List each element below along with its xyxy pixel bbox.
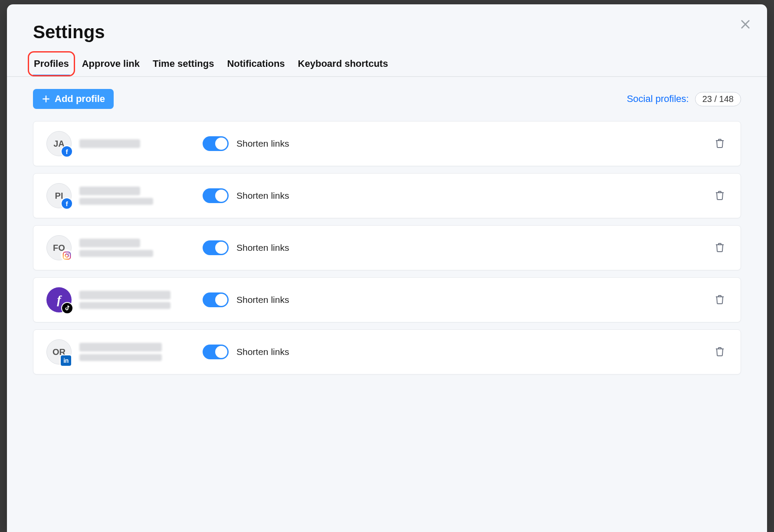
tab-notifications[interactable]: Notifications [226,55,285,76]
tab-label: Notifications [227,58,285,69]
profile-name-redacted [79,343,162,361]
shorten-links-control: Shorten links [203,136,712,151]
facebook-icon: f [61,197,73,210]
trash-icon [715,190,725,201]
shorten-links-control: Shorten links [203,345,712,359]
shorten-links-label: Shorten links [236,295,289,305]
redacted-text [79,302,171,309]
redacted-text [79,291,171,299]
tab-time-settings[interactable]: Time settings [152,55,215,76]
delete-profile-button[interactable] [712,187,728,205]
redacted-text [79,239,140,247]
social-profiles-count: 23 / 148 [695,92,741,106]
shorten-links-toggle[interactable] [203,292,229,307]
tiktok-icon [61,302,73,314]
toolbar: Add profile Social profiles: 23 / 148 [33,89,741,109]
profile-row: FO Shorten links [33,225,741,270]
shorten-links-toggle[interactable] [203,188,229,203]
avatar: OR in [46,339,72,365]
settings-dialog: Settings Profiles Approve link Time sett… [7,4,767,532]
shorten-links-label: Shorten links [236,243,289,253]
shorten-links-label: Shorten links [236,138,289,149]
profile-identity: JA f [46,131,203,156]
facebook-icon: f [61,145,73,158]
trash-icon [715,346,725,357]
profile-row: f Shorten links [33,277,741,322]
delete-profile-button[interactable] [712,239,728,257]
profile-identity: f [46,287,203,312]
tab-approve-link[interactable]: Approve link [81,55,141,76]
social-profiles-counter: Social profiles: 23 / 148 [627,92,741,106]
profile-list: JA f Shorten links [33,121,741,374]
shorten-links-label: Shorten links [236,347,289,357]
profile-name-redacted [79,187,153,205]
profile-name-redacted [79,239,153,257]
avatar: FO [46,235,72,260]
add-profile-button[interactable]: Add profile [33,89,114,109]
shorten-links-toggle[interactable] [203,136,229,151]
delete-profile-button[interactable] [712,291,728,309]
trash-icon [715,138,725,149]
tab-label: Profiles [34,58,69,69]
redacted-text [79,343,162,351]
shorten-links-control: Shorten links [203,292,712,307]
svg-rect-4 [63,252,71,259]
profile-row: PI f Shorten links [33,173,741,218]
shorten-links-control: Shorten links [203,240,712,255]
profile-row: JA f Shorten links [33,121,741,166]
trash-icon [715,294,725,305]
profile-name-redacted [79,291,171,309]
delete-profile-button[interactable] [712,135,728,153]
avatar: JA f [46,131,72,156]
tab-label: Time settings [153,58,214,69]
avatar: PI f [46,183,72,208]
shorten-links-toggle[interactable] [203,345,229,359]
redacted-text [79,354,162,361]
dialog-content: Add profile Social profiles: 23 / 148 JA… [7,77,767,532]
redacted-text [79,198,153,205]
dialog-title: Settings [33,22,741,43]
tab-keyboard-shortcuts[interactable]: Keyboard shortcuts [297,55,389,76]
tab-label: Approve link [82,58,140,69]
redacted-text [79,187,140,195]
profile-identity: PI f [46,183,203,208]
trash-icon [715,242,725,253]
shorten-links-label: Shorten links [236,190,289,201]
avatar: f [46,287,72,312]
svg-point-6 [69,253,69,254]
profile-row: OR in Shorten links [33,329,741,374]
shorten-links-control: Shorten links [203,188,712,203]
tab-label: Keyboard shortcuts [298,58,388,69]
tab-profiles[interactable]: Profiles [33,55,70,76]
dialog-header: Settings [7,4,767,55]
shorten-links-toggle[interactable] [203,240,229,255]
redacted-text [79,250,153,257]
plus-icon [42,95,50,103]
svg-point-5 [65,254,68,257]
instagram-icon [61,250,73,262]
avatar-initials: f [57,293,61,307]
redacted-text [79,139,140,148]
profile-name-redacted [79,139,140,148]
delete-profile-button[interactable] [712,343,728,361]
profile-identity: OR in [46,339,203,365]
tabs: Profiles Approve link Time settings Noti… [7,55,767,77]
profile-identity: FO [46,235,203,260]
social-profiles-label: Social profiles: [627,93,689,105]
add-profile-label: Add profile [55,93,105,105]
linkedin-icon: in [60,355,72,367]
